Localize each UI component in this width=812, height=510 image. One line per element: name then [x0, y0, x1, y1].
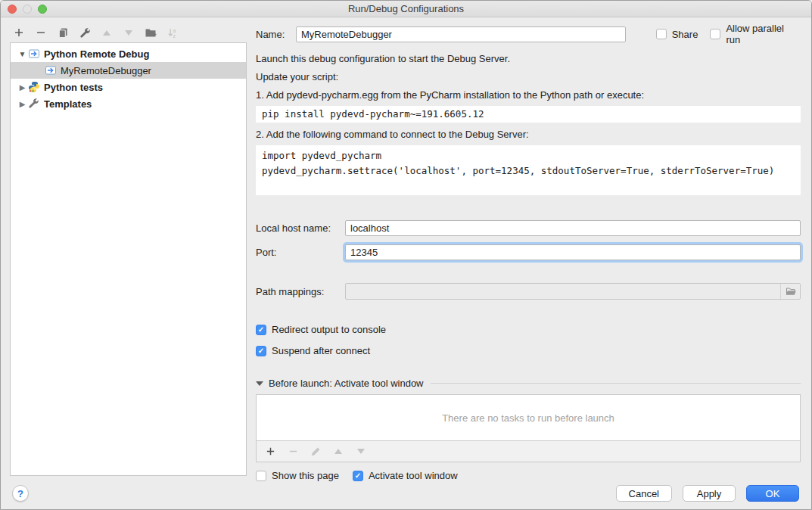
tree-item-python-tests[interactable]: ▶ Python tests — [11, 79, 246, 95]
before-launch-empty-text: There are no tasks to run before launch — [442, 412, 614, 424]
configurations-toolbar: az — [13, 24, 179, 41]
tree-item-label: Python tests — [44, 82, 103, 93]
move-up-icon[interactable] — [101, 26, 113, 39]
dialog-buttons: Cancel Apply OK — [616, 485, 799, 502]
suspend-after-connect-label: Suspend after connect — [272, 345, 370, 356]
settrace-code-line-2: pydevd_pycharm.settrace('localhost', por… — [262, 163, 795, 179]
move-down-icon[interactable] — [355, 446, 367, 458]
before-launch-header: Before launch: Activate tool window — [256, 378, 801, 389]
show-this-page-label: Show this page — [272, 470, 339, 481]
ok-button[interactable]: OK — [746, 485, 799, 502]
suspend-after-connect-checkbox[interactable] — [256, 346, 266, 356]
redirect-output-checkbox[interactable] — [256, 325, 266, 335]
help-button[interactable]: ? — [12, 485, 29, 502]
tree-item-python-remote-debug[interactable]: ▼ Python Remote Debug — [11, 45, 246, 62]
collapse-icon[interactable] — [256, 381, 263, 386]
instruction-line-3: 1. Add pydevd-pycharm.egg from the PyCha… — [256, 89, 801, 101]
tree-item-label: Templates — [44, 98, 92, 110]
show-this-page-checkbox[interactable] — [256, 471, 266, 481]
name-input[interactable] — [296, 26, 626, 42]
settrace-code: import pydevd_pycharm pydevd_pycharm.set… — [256, 145, 801, 195]
port-label: Port: — [256, 247, 345, 258]
port-input[interactable] — [345, 244, 801, 260]
remove-icon[interactable] — [35, 26, 47, 39]
local-host-name-label: Local host name: — [256, 222, 345, 234]
run-debug-configurations-dialog: Run/Debug Configurations az ▼ — [0, 0, 812, 510]
instruction-line-4: 2. Add the following command to connect … — [256, 129, 801, 141]
open-folder-icon[interactable] — [780, 284, 800, 299]
new-folder-icon[interactable] — [145, 26, 157, 39]
svg-text:a: a — [173, 28, 176, 33]
chevron-right-icon[interactable]: ▶ — [17, 100, 28, 108]
wrench-icon[interactable] — [79, 26, 91, 39]
tree-item-templates[interactable]: ▶ Templates — [11, 95, 246, 112]
chevron-down-icon[interactable]: ▼ — [17, 50, 28, 58]
remove-icon[interactable] — [287, 446, 299, 458]
instruction-line-2: Update your script: — [256, 71, 801, 83]
apply-button[interactable]: Apply — [683, 485, 736, 502]
activate-tool-window-checkbox[interactable] — [353, 471, 363, 481]
tree-item-label: MyRemoteDebugger — [61, 65, 151, 76]
allow-parallel-run-label: Allow parallel run — [726, 23, 801, 45]
redirect-output-label: Redirect output to console — [272, 324, 386, 335]
titlebar: Run/Debug Configurations — [1, 1, 811, 17]
close-window-button[interactable] — [8, 5, 17, 14]
activate-tool-window-label: Activate tool window — [369, 470, 458, 481]
remote-debug-icon — [28, 48, 40, 60]
window-title: Run/Debug Configurations — [348, 3, 464, 14]
minimize-window-button[interactable] — [23, 5, 32, 14]
before-launch-toolbar — [256, 441, 801, 462]
traffic-lights — [8, 5, 47, 14]
add-icon[interactable] — [13, 26, 25, 39]
allow-parallel-run-checkbox[interactable] — [710, 29, 720, 39]
before-launch-task-list[interactable]: There are no tasks to run before launch — [256, 394, 801, 441]
name-label: Name: — [256, 29, 289, 40]
remote-debug-icon — [45, 64, 57, 76]
instruction-line-1: Launch this debug configuration to start… — [256, 53, 801, 65]
move-up-icon[interactable] — [332, 446, 344, 458]
wrench-icon — [28, 98, 40, 110]
path-mappings-input[interactable] — [345, 283, 801, 300]
tree-item-myremotedebugger[interactable]: MyRemoteDebugger — [11, 62, 246, 79]
share-label: Share — [672, 29, 698, 40]
before-launch-title: Before launch: Activate tool window — [269, 378, 424, 389]
chevron-right-icon[interactable]: ▶ — [17, 83, 28, 92]
python-tests-icon — [28, 81, 40, 93]
edit-icon[interactable] — [310, 446, 322, 458]
add-icon[interactable] — [264, 446, 276, 458]
svg-text:z: z — [173, 33, 176, 39]
local-host-name-input[interactable] — [345, 220, 801, 236]
move-down-icon[interactable] — [123, 26, 135, 39]
share-checkbox[interactable] — [656, 29, 667, 39]
cancel-button[interactable]: Cancel — [616, 485, 672, 502]
tree-item-label: Python Remote Debug — [44, 48, 149, 60]
copy-icon[interactable] — [57, 26, 69, 39]
settrace-code-line-1: import pydevd_pycharm — [262, 148, 795, 163]
zoom-window-button[interactable] — [38, 5, 47, 14]
sort-alphabetically-icon[interactable]: az — [166, 26, 179, 39]
configurations-tree: ▼ Python Remote Debug MyRemoteDebugger ▶… — [10, 42, 247, 476]
pip-install-code: pip install pydevd-pycharm~=191.6605.12 — [256, 106, 801, 123]
configuration-form: Name: Share Allow parallel run Launch th… — [256, 17, 801, 481]
path-mappings-label: Path mappings: — [256, 286, 345, 297]
